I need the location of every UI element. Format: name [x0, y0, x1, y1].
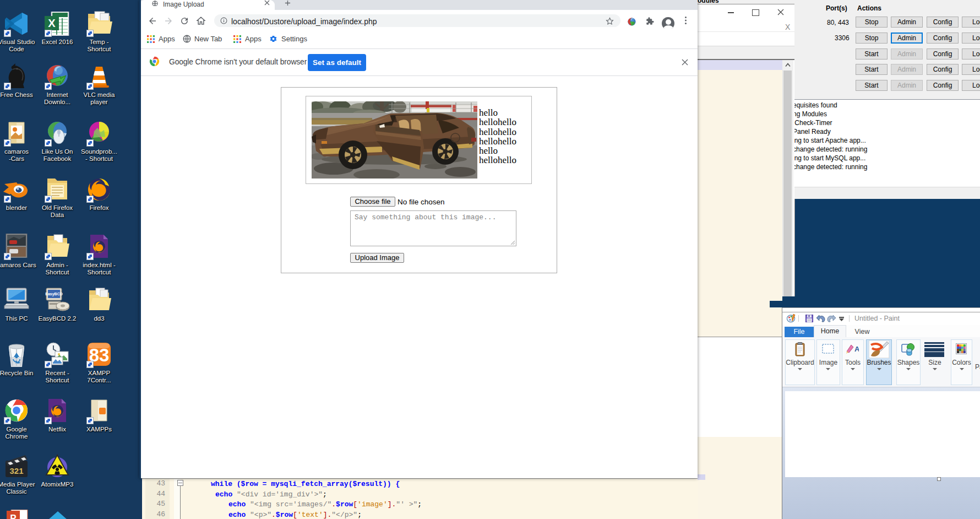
svg-text:321: 321 — [9, 466, 23, 475]
svg-text:EasyBCD: EasyBCD — [45, 292, 63, 296]
svg-text:X: X — [48, 17, 56, 29]
svg-text:A: A — [854, 345, 859, 353]
svg-text:P: P — [10, 513, 16, 519]
